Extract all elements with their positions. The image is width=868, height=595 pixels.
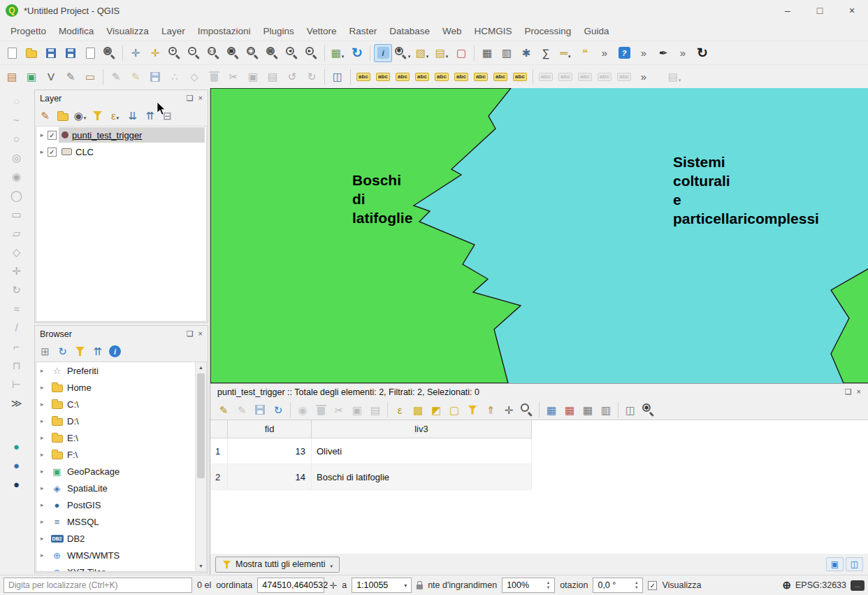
browser-item-geopackage[interactable]: ▸▣GeoPackage: [36, 463, 206, 480]
close-panel-icon[interactable]: ×: [857, 387, 861, 396]
browser-item-drive-c[interactable]: ▸C:\: [36, 396, 206, 413]
stream-digitize-icon[interactable]: ~: [8, 110, 26, 129]
save-project-icon[interactable]: [42, 44, 60, 62]
simplify-feature-icon[interactable]: ≈: [8, 299, 26, 317]
new-geopackage-layer-icon[interactable]: ▣: [22, 68, 41, 86]
ellipse-tool-icon[interactable]: ◯: [8, 186, 26, 204]
expand-arrow-icon[interactable]: ▸: [41, 451, 47, 458]
menu-impostazioni[interactable]: Impostazioni: [191, 23, 257, 39]
delete-selected-features-icon[interactable]: [312, 401, 329, 418]
pan-map-icon[interactable]: ✛: [126, 44, 145, 62]
row-number[interactable]: 1: [210, 438, 228, 464]
map-canvas[interactable]: BoschidilatifoglieSistemicolturalieparti…: [210, 88, 868, 383]
refresh-map-icon[interactable]: ↻: [348, 44, 366, 62]
menu-database[interactable]: Database: [383, 23, 436, 39]
hcmgis-opendata-icon[interactable]: ●: [8, 456, 26, 474]
browser-item-home[interactable]: ▸Home: [36, 379, 206, 396]
pan-to-selection-icon[interactable]: ✛: [146, 44, 164, 62]
processing-toolbox-icon[interactable]: ✱: [517, 44, 535, 62]
table-row[interactable]: 214Boschi di latifoglie: [210, 464, 868, 490]
dock-table-icon[interactable]: ◫: [622, 401, 639, 418]
curved-label-icon[interactable]: abc: [595, 68, 614, 86]
menu-hcmgis[interactable]: HCMGIS: [468, 23, 519, 39]
browser-scrollbar[interactable]: ▲ ▼: [195, 362, 206, 571]
menu-web[interactable]: Web: [436, 23, 468, 39]
rectangle-3-points-icon[interactable]: ▱: [8, 224, 26, 242]
menu-vettore[interactable]: Vettore: [301, 23, 343, 39]
regular-polygon-icon[interactable]: ◇: [8, 243, 26, 261]
toolbar-overflow-2-icon[interactable]: »: [635, 44, 653, 62]
statistical-summary-icon[interactable]: ∑: [537, 44, 555, 62]
rotate-feature-icon[interactable]: ↻: [8, 280, 26, 299]
cut-icon[interactable]: ✂: [331, 401, 347, 418]
column-header-fid[interactable]: fid: [228, 420, 312, 438]
copy-features-icon[interactable]: ▣: [244, 68, 262, 86]
rotation-spinner[interactable]: 0,0 ° ▲▼: [593, 578, 643, 593]
data-source-manager-icon[interactable]: ▤: [3, 68, 21, 86]
refresh-browser-icon[interactable]: ↻: [55, 343, 71, 359]
layer-visibility-checkbox[interactable]: ✓: [48, 148, 57, 157]
menu-layer[interactable]: Layer: [155, 23, 191, 39]
expand-arrow-icon[interactable]: ▸: [41, 535, 47, 542]
new-virtual-layer-icon[interactable]: V: [42, 68, 60, 86]
table-row[interactable]: 113Oliveti: [210, 438, 868, 464]
pan-to-selected-icon[interactable]: ✛: [500, 401, 517, 418]
circle-3-points-icon[interactable]: ◎: [8, 148, 26, 166]
rectangle-extent-icon[interactable]: ▭: [8, 205, 26, 223]
map-tips-icon[interactable]: ❝: [576, 44, 594, 62]
collapse-all-icon[interactable]: ⇈: [142, 108, 158, 124]
cell-liv3[interactable]: Oliveti: [312, 438, 532, 464]
invert-selection-icon[interactable]: ◩: [428, 401, 444, 418]
digitize-with-segment-icon[interactable]: ∴: [166, 68, 184, 86]
crs-status[interactable]: ⊕ EPSG:32633 …: [782, 579, 865, 592]
digitize-with-curve-icon[interactable]: ◌: [8, 92, 26, 110]
zoom-to-selected-icon[interactable]: [519, 401, 535, 418]
new-field-icon[interactable]: ▦: [543, 401, 560, 418]
toggle-editing-icon[interactable]: ✎: [126, 68, 145, 86]
menu-guida[interactable]: Guida: [577, 23, 615, 39]
new-project-icon[interactable]: [3, 44, 21, 62]
row-number[interactable]: 2: [210, 464, 228, 490]
menu-plugins[interactable]: Plugins: [256, 23, 300, 39]
browser-item-drive-e[interactable]: ▸E:\: [36, 429, 206, 446]
float-panel-icon[interactable]: ❏: [845, 387, 852, 396]
expand-arrow-icon[interactable]: ▸: [41, 434, 47, 441]
cut-features-icon[interactable]: ✂: [224, 68, 243, 86]
save-edits-icon[interactable]: [252, 401, 268, 418]
filter-form-icon[interactable]: [464, 401, 481, 418]
zoom-full-icon[interactable]: ▣: [224, 44, 243, 62]
browser-item-db2[interactable]: ▸DB2DB2: [36, 530, 206, 547]
cell-fid[interactable]: 14: [228, 464, 312, 490]
minimize-button[interactable]: –: [772, 0, 804, 21]
scale-combo[interactable]: 1:10055 ▾: [352, 578, 412, 593]
add-selected-layers-icon[interactable]: ⊞: [37, 343, 53, 359]
float-panel-icon[interactable]: ❏: [187, 94, 194, 103]
expand-arrow-icon[interactable]: ▸: [41, 552, 47, 559]
label-5-icon[interactable]: abc: [452, 68, 470, 86]
toolbar-overflow-1-icon[interactable]: »: [595, 44, 614, 62]
zoom-next-icon[interactable]: ▸: [303, 44, 321, 62]
trim-extend-icon[interactable]: ⊢: [8, 375, 26, 393]
zoom-to-selection-icon[interactable]: ▢: [244, 44, 262, 62]
locator-input[interactable]: [3, 578, 192, 593]
feature-actions-icon[interactable]: ✱▾: [393, 44, 412, 62]
toolbar-extension-icon[interactable]: ≫: [8, 394, 26, 412]
select-all-icon[interactable]: ▩: [410, 401, 426, 418]
browser-collapse-all-icon[interactable]: ⇈: [89, 343, 106, 359]
layout-manager-icon[interactable]: ▤: [101, 44, 119, 62]
spinner-arrows-icon[interactable]: ▲▼: [547, 581, 550, 589]
open-layer-styling-icon[interactable]: ✎: [37, 108, 53, 124]
delete-field-icon[interactable]: ▦: [561, 401, 578, 418]
undo-icon[interactable]: ↺: [283, 68, 301, 86]
layer-diagram-icon[interactable]: abc: [374, 68, 392, 86]
conditional-formatting-icon[interactable]: ▥: [598, 401, 614, 418]
copy-icon[interactable]: ▣: [349, 401, 366, 418]
zoom-out-icon[interactable]: −: [185, 44, 203, 62]
label-single-icon[interactable]: abc: [393, 68, 412, 86]
column-header-liv3[interactable]: liv3: [312, 420, 532, 438]
scroll-down-icon[interactable]: ▼: [196, 561, 206, 571]
menu-visualizza[interactable]: Visualizza: [100, 23, 155, 39]
multiedit-icon[interactable]: ✎: [233, 401, 250, 418]
scrollbar-thumb[interactable]: [197, 373, 205, 478]
search-places-icon[interactable]: ●: [8, 475, 26, 493]
